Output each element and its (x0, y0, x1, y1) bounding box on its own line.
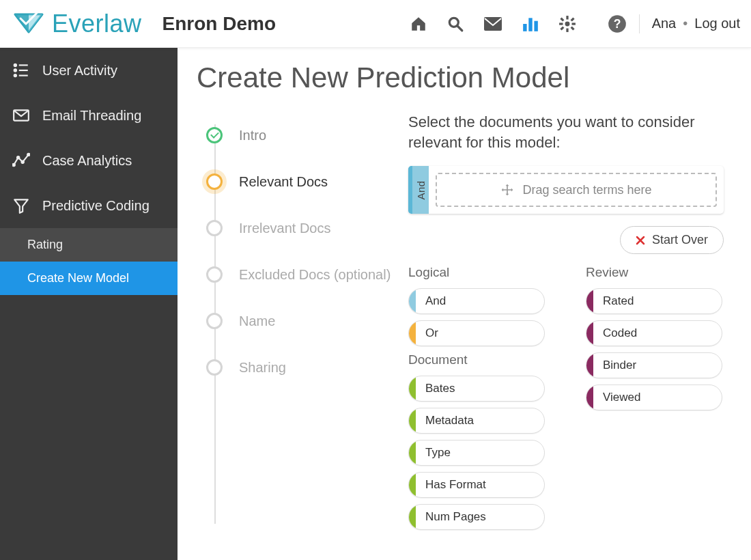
group-document: Document Bates Metadata Ty (408, 352, 545, 530)
pill-label: Metadata (416, 414, 483, 428)
step-label: Intro (239, 128, 266, 143)
user-name-link[interactable]: Ana (652, 16, 677, 31)
pill-color-bar (586, 289, 593, 313)
svg-rect-2 (484, 17, 502, 31)
gear-icon[interactable] (558, 15, 576, 33)
step-sharing[interactable]: Sharing (206, 344, 395, 391)
pill-label: Rated (593, 294, 643, 308)
svg-rect-4 (528, 18, 532, 31)
step-irrelevant-docs[interactable]: Irrelevant Docs (206, 205, 395, 251)
sidebar-item-user-activity[interactable]: User Activity (0, 48, 178, 93)
pill-label: Binder (593, 359, 646, 372)
pill-label: And (416, 294, 455, 308)
group-title: Review (586, 265, 722, 280)
sidebar-sub-label: Create New Model (27, 271, 129, 285)
logo-text: Everlaw (52, 10, 142, 38)
pill-color-bar (586, 353, 593, 378)
drop-placeholder-text: Drag search terms here (522, 183, 651, 197)
pill-label: Viewed (593, 391, 650, 404)
sidebar-label: Case Analytics (42, 153, 132, 169)
step-dot-pending-icon (206, 359, 223, 376)
pill-coded[interactable]: Coded (586, 320, 722, 346)
step-dot-current-icon (206, 173, 223, 190)
sidebar-label: Email Threading (42, 108, 141, 124)
analytics-icon[interactable] (522, 15, 539, 33)
pill-color-bar (409, 408, 416, 433)
group-review: Review Rated Coded Binder (586, 261, 722, 536)
topbar-icons: ? (410, 14, 627, 33)
drop-handle[interactable]: And (408, 166, 429, 214)
pill-color-bar (409, 440, 416, 465)
pill-color-bar (409, 473, 416, 497)
logout-link[interactable]: Log out (694, 16, 740, 31)
drop-placeholder: Drag search terms here (436, 173, 717, 207)
drop-handle-label: And (415, 180, 427, 199)
panel-prompt: Select the documents you want to conside… (408, 112, 722, 152)
pill-and[interactable]: And (408, 288, 545, 314)
step-relevant-docs[interactable]: Relevant Docs (206, 158, 395, 205)
svg-rect-13 (560, 26, 564, 30)
sidebar-sub-rating[interactable]: Rating (0, 228, 178, 262)
step-label: Sharing (239, 360, 286, 376)
svg-point-26 (21, 160, 24, 163)
sidebar: User Activity Email Threading Case Analy… (0, 48, 178, 560)
pill-has-format[interactable]: Has Format (408, 472, 545, 498)
pill-or[interactable]: Or (408, 320, 545, 346)
project-title: Enron Demo (162, 13, 276, 35)
pill-binder[interactable]: Binder (586, 352, 722, 378)
svg-rect-10 (571, 23, 575, 25)
pill-metadata[interactable]: Metadata (408, 408, 545, 434)
svg-point-25 (17, 156, 20, 159)
pill-viewed[interactable]: Viewed (586, 384, 722, 410)
pill-color-bar (409, 505, 416, 529)
svg-point-24 (12, 163, 15, 166)
step-panel: Select the documents you want to conside… (408, 112, 724, 536)
help-icon[interactable]: ? (608, 14, 627, 33)
close-icon (636, 236, 645, 245)
mail-icon[interactable] (483, 16, 502, 31)
search-icon[interactable] (447, 15, 464, 33)
pill-rated[interactable]: Rated (586, 288, 722, 314)
group-logical: Logical And Or (408, 265, 545, 346)
home-icon[interactable] (410, 15, 427, 33)
sidebar-label: Predictive Coding (42, 198, 150, 214)
pill-label: Or (416, 326, 448, 340)
svg-rect-14 (570, 17, 574, 21)
start-over-button[interactable]: Start Over (620, 226, 724, 254)
main-content: Create New Prediction Model Intro Releva… (178, 48, 751, 560)
step-name[interactable]: Name (206, 298, 395, 344)
move-icon (500, 183, 514, 197)
pill-label: Type (416, 446, 460, 460)
pill-color-bar (586, 385, 593, 410)
funnel-icon (12, 197, 30, 214)
pill-color-bar (409, 376, 416, 401)
logo-mark-icon (12, 10, 45, 38)
pill-label: Num Pages (416, 510, 496, 524)
pill-bates[interactable]: Bates (408, 376, 545, 402)
user-area: Ana • Log out (652, 16, 740, 31)
step-dot-pending-icon (206, 266, 223, 283)
sidebar-sub-create-new-model[interactable]: Create New Model (0, 262, 178, 295)
drop-zone[interactable]: Drag search terms here (429, 166, 724, 214)
pill-label: Has Format (416, 478, 496, 492)
svg-rect-12 (570, 26, 574, 30)
svg-text:?: ? (613, 16, 621, 30)
pill-num-pages[interactable]: Num Pages (408, 504, 545, 530)
svg-line-1 (457, 26, 462, 31)
sidebar-item-predictive-coding[interactable]: Predictive Coding (0, 183, 178, 228)
logo[interactable]: Everlaw (12, 10, 142, 38)
svg-point-18 (14, 69, 16, 72)
sidebar-sub-label: Rating (27, 238, 63, 251)
pill-type[interactable]: Type (408, 440, 545, 466)
sidebar-item-case-analytics[interactable]: Case Analytics (0, 138, 178, 183)
activity-icon (12, 61, 30, 79)
search-drop-container: And Drag search terms here (408, 166, 724, 214)
svg-point-17 (14, 64, 16, 66)
step-dot-done-icon (206, 127, 223, 143)
sidebar-item-email-threading[interactable]: Email Threading (0, 93, 178, 138)
term-groups: Logical And Or Document (408, 261, 724, 536)
step-label: Relevant Docs (239, 174, 328, 190)
step-excluded-docs[interactable]: Excluded Docs (optional) (206, 251, 395, 298)
topbar: Everlaw Enron Demo ? Ana • Log out (0, 0, 751, 48)
step-intro[interactable]: Intro (206, 112, 395, 158)
